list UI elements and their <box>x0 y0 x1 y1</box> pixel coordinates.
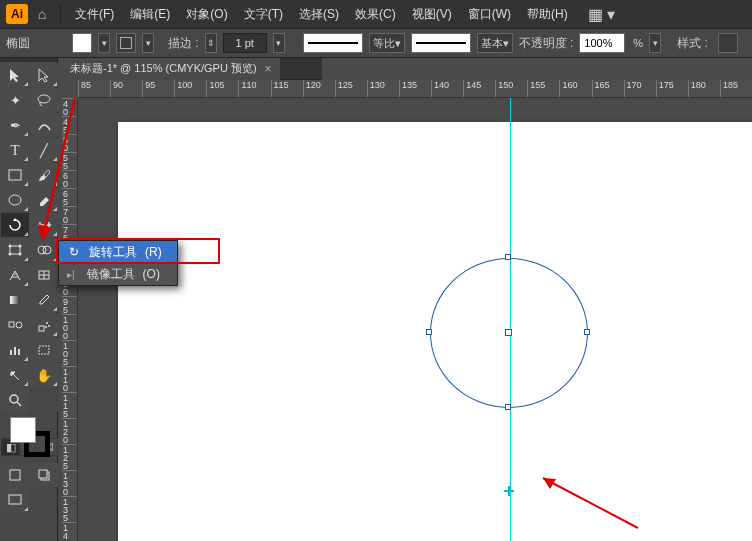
ruler-tick: 160 <box>559 80 591 97</box>
menu-file[interactable]: 文件(F) <box>69 6 120 23</box>
hand-tool[interactable]: ✋ <box>30 363 58 387</box>
menu-type[interactable]: 文字(T) <box>238 6 289 23</box>
rotate-tool[interactable] <box>1 213 29 237</box>
slice-tool[interactable] <box>1 363 29 387</box>
blend-tool[interactable] <box>1 313 29 337</box>
menu-help[interactable]: 帮助(H) <box>521 6 574 23</box>
stroke-swatch[interactable] <box>116 33 136 53</box>
menu-view[interactable]: 视图(V) <box>406 6 458 23</box>
ruler-tick: 130 <box>62 470 77 496</box>
width-tool[interactable] <box>30 213 58 237</box>
ruler-tick: 110 <box>238 80 270 97</box>
menu-edit[interactable]: 编辑(E) <box>124 6 176 23</box>
opacity-field[interactable]: 100% <box>579 33 625 53</box>
rotate-tool-flyout[interactable]: ↻ 旋转工具 (R) ▸| 镜像工具 (O) <box>58 240 178 286</box>
control-bar[interactable]: 椭圆 ▾ ▾ 描边 : ⇕ 1 pt ▾ 等比 ▾ 基本 ▾ 不透明度 : 10… <box>0 28 752 58</box>
handle-center[interactable] <box>505 329 512 336</box>
toolbox[interactable]: ✦ ✒ T ╱ 🖌 ✋ ◧ ◨ <box>0 58 58 541</box>
ruler-horizontal[interactable]: 8590951001051101151201251301351401451501… <box>78 80 752 98</box>
stroke-dropdown-icon[interactable]: ▾ <box>142 33 154 53</box>
menu-window[interactable]: 窗口(W) <box>462 6 517 23</box>
ruler-tick: 95 <box>142 80 174 97</box>
selection-tool[interactable] <box>1 63 29 87</box>
perspective-grid-tool[interactable] <box>1 263 29 287</box>
type-tool[interactable]: T <box>1 138 29 162</box>
svg-point-15 <box>46 322 48 324</box>
ruler-vertical[interactable]: 4045505560657075808590951001051101151201… <box>62 98 78 541</box>
svg-point-7 <box>19 253 22 256</box>
lasso-tool[interactable] <box>30 88 58 112</box>
stroke-weight-field[interactable]: 1 pt <box>223 33 267 53</box>
free-transform-tool[interactable] <box>1 238 29 262</box>
svg-point-0 <box>38 95 50 103</box>
fill-box[interactable] <box>10 417 36 443</box>
zoom-tool[interactable] <box>1 388 29 412</box>
close-tab-icon[interactable]: × <box>265 62 272 76</box>
rectangle-tool[interactable] <box>1 163 29 187</box>
fill-stroke-control[interactable] <box>1 413 58 461</box>
ruler-tick: 175 <box>656 80 688 97</box>
ratio-dropdown[interactable]: 等比 ▾ <box>369 33 405 53</box>
svg-rect-1 <box>9 170 21 180</box>
brush-preview[interactable] <box>411 33 471 53</box>
flyout-rotate-tool[interactable]: ↻ 旋转工具 (R) <box>59 241 177 263</box>
line-tool[interactable]: ╱ <box>30 138 58 162</box>
menu-bar[interactable]: Ai ⌂ 文件(F) 编辑(E) 对象(O) 文字(T) 选择(S) 效果(C)… <box>0 0 752 28</box>
magic-wand-tool[interactable]: ✦ <box>1 88 29 112</box>
ruler-tick: 100 <box>174 80 206 97</box>
eyedropper-tool[interactable] <box>30 288 58 312</box>
direct-selection-tool[interactable] <box>30 63 58 87</box>
svg-point-2 <box>9 195 21 205</box>
column-graph-tool[interactable] <box>1 338 29 362</box>
stroke-profile-preview[interactable] <box>303 33 363 53</box>
document-tab[interactable]: 未标题-1* @ 115% (CMYK/GPU 预览) × <box>62 58 280 80</box>
menu-effect[interactable]: 效果(C) <box>349 6 402 23</box>
draw-normal-icon[interactable] <box>1 463 29 487</box>
stroke-weight-dd-icon[interactable]: ▾ <box>273 33 285 53</box>
mesh-tool[interactable] <box>30 263 58 287</box>
flyout-reflect-tool[interactable]: ▸| 镜像工具 (O) <box>59 263 177 285</box>
ruler-tick: 65 <box>62 188 77 206</box>
flyout-reflect-shortcut: (O) <box>143 267 160 281</box>
ruler-tick: 140 <box>62 522 77 541</box>
pen-tool[interactable]: ✒ <box>1 113 29 137</box>
opacity-dd-icon[interactable]: ▾ <box>649 33 661 53</box>
ruler-tick: 130 <box>367 80 399 97</box>
flyout-reflect-label: 镜像工具 <box>87 266 135 283</box>
artboard-tool[interactable] <box>30 338 58 362</box>
symbol-sprayer-tool[interactable] <box>30 313 58 337</box>
stroke-label: 描边 : <box>168 35 199 52</box>
style-swatch[interactable] <box>718 33 738 53</box>
handle-right[interactable] <box>584 329 590 335</box>
ruler-tick: 45 <box>62 116 77 134</box>
svg-rect-19 <box>14 347 16 355</box>
ruler-tick: 95 <box>62 296 77 314</box>
eraser-tool[interactable] <box>30 188 58 212</box>
shape-builder-tool[interactable] <box>30 238 58 262</box>
ruler-tick: 185 <box>720 80 752 97</box>
rotate-center-icon[interactable] <box>504 486 514 496</box>
menu-select[interactable]: 选择(S) <box>293 6 345 23</box>
handle-top[interactable] <box>505 254 511 260</box>
fill-dropdown-icon[interactable]: ▾ <box>98 33 110 53</box>
layout-switch-icon[interactable]: ▦ ▾ <box>588 6 618 22</box>
rotate-icon: ↻ <box>67 245 81 259</box>
handle-left[interactable] <box>426 329 432 335</box>
stroke-weight-stepper[interactable]: ⇕ <box>205 33 217 53</box>
ruler-tick: 90 <box>110 80 142 97</box>
fill-swatch[interactable] <box>72 33 92 53</box>
gradient-tool[interactable] <box>1 288 29 312</box>
paintbrush-tool[interactable]: 🖌 <box>30 163 58 187</box>
draw-behind-icon[interactable] <box>30 463 58 487</box>
shaper-tool[interactable] <box>1 188 29 212</box>
screen-mode-icon[interactable] <box>1 488 29 512</box>
document-tab-bar[interactable]: 未标题-1* @ 115% (CMYK/GPU 预览) × <box>62 58 322 80</box>
home-icon[interactable]: ⌂ <box>32 4 52 24</box>
curvature-tool[interactable] <box>30 113 58 137</box>
ruler-tick: 115 <box>62 392 77 418</box>
handle-bottom[interactable] <box>505 404 511 410</box>
basic-dropdown[interactable]: 基本 ▾ <box>477 33 513 53</box>
canvas[interactable] <box>78 98 752 541</box>
menu-object[interactable]: 对象(O) <box>180 6 233 23</box>
svg-rect-23 <box>10 470 20 480</box>
